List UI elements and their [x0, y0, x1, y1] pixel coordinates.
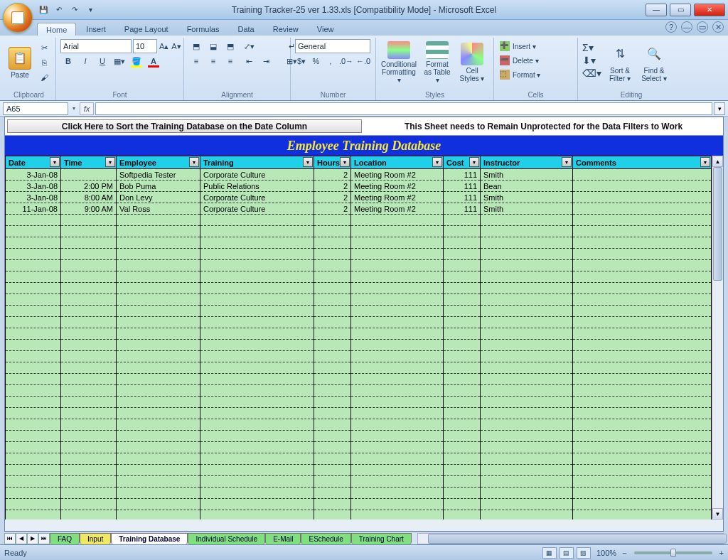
next-sheet-button[interactable]: ▶ — [27, 533, 38, 544]
prev-sheet-button[interactable]: ◀ — [16, 533, 27, 544]
scroll-up-icon[interactable]: ▲ — [712, 156, 723, 167]
table-row-empty[interactable] — [6, 499, 712, 510]
cell-instructor[interactable]: Bean — [481, 181, 573, 192]
cell-cost[interactable]: 111 — [444, 181, 481, 192]
sheet-tab-training-chart[interactable]: Training Chart — [351, 533, 412, 544]
undo-icon[interactable]: ↶ — [53, 4, 65, 16]
qat-dropdown-icon[interactable]: ▾ — [84, 4, 97, 16]
zoom-slider[interactable] — [634, 551, 712, 554]
font-name-select[interactable] — [60, 39, 132, 53]
percent-button[interactable]: % — [309, 54, 322, 68]
namebox-dropdown-icon[interactable]: ▾ — [70, 105, 78, 112]
cell-styles-button[interactable]: Cell Styles ▾ — [457, 39, 487, 86]
cell-training[interactable]: Corporate Culture — [200, 169, 314, 181]
ribbon-tab-home[interactable]: Home — [37, 23, 76, 36]
maximize-button[interactable]: ▭ — [670, 4, 691, 16]
normal-view-button[interactable]: ▦ — [542, 547, 557, 559]
sheet-tab-individual-schedule[interactable]: Individual Schedule — [188, 533, 265, 544]
ribbon-tab-data[interactable]: Data — [229, 23, 262, 36]
table-row-empty[interactable] — [6, 328, 712, 340]
cell-time[interactable]: 9:00 AM — [61, 203, 117, 215]
decrease-decimal-button[interactable]: ←.0 — [355, 54, 371, 68]
increase-indent-button[interactable]: ⇥ — [258, 54, 274, 68]
cell-training[interactable]: Corporate Culture — [200, 203, 314, 215]
hscroll-thumb[interactable] — [428, 534, 727, 544]
table-row-empty[interactable] — [6, 488, 712, 499]
font-color-button[interactable]: A — [146, 54, 161, 68]
align-right-button[interactable]: ≡ — [223, 54, 238, 68]
font-size-select[interactable] — [133, 39, 157, 53]
paste-button[interactable]: 📋 Paste — [6, 39, 33, 86]
filter-dropdown-icon[interactable]: ▼ — [189, 157, 199, 167]
align-bottom-button[interactable]: ⬒ — [223, 39, 238, 53]
sheet-tab-e-mail[interactable]: E-Mail — [265, 533, 301, 544]
ribbon-tab-review[interactable]: Review — [264, 23, 307, 36]
cell-hours[interactable]: 2 — [314, 181, 351, 192]
cell-comments[interactable] — [573, 192, 712, 203]
vertical-scrollbar[interactable]: ▲ ▼ — [712, 156, 723, 519]
cell-date[interactable]: 3-Jan-08 — [6, 192, 61, 203]
restore-workbook-button[interactable]: ▭ — [697, 21, 708, 33]
accounting-button[interactable]: $▾ — [295, 54, 308, 68]
fill-button[interactable]: ⬇▾ — [582, 55, 601, 66]
cell-hours[interactable]: 2 — [314, 203, 351, 215]
cell-training[interactable]: Corporate Culture — [200, 192, 314, 203]
find-select-button[interactable]: 🔍 Find & Select ▾ — [638, 39, 670, 86]
table-row-empty[interactable] — [6, 374, 712, 385]
table-row-empty[interactable] — [6, 431, 712, 442]
sheet-tab-faq[interactable]: FAQ — [50, 533, 80, 544]
cell-instructor[interactable]: Smith — [481, 192, 573, 203]
zoom-out-button[interactable]: − — [622, 549, 626, 557]
decrease-indent-button[interactable]: ⇤ — [241, 54, 257, 68]
filter-dropdown-icon[interactable]: ▼ — [340, 157, 350, 167]
filter-dropdown-icon[interactable]: ▼ — [432, 157, 442, 167]
increase-decimal-button[interactable]: .0→ — [338, 54, 354, 68]
fill-color-button[interactable]: 🪣 — [129, 54, 144, 68]
cell-training[interactable]: Public Relations — [200, 181, 314, 192]
align-middle-button[interactable]: ⬓ — [205, 39, 221, 53]
format-cells-button[interactable]: ⬚Format ▾ — [498, 68, 573, 82]
sort-database-button[interactable]: Click Here to Sort the Training Database… — [7, 119, 362, 133]
table-row-empty[interactable] — [6, 351, 712, 362]
sort-filter-button[interactable]: ⇅ Sort & Filter ▾ — [604, 39, 636, 86]
minimize-button[interactable]: — — [646, 4, 667, 16]
table-row-empty[interactable] — [6, 283, 712, 294]
column-header-employee[interactable]: Employee▼ — [117, 156, 200, 169]
cell-hours[interactable]: 2 — [314, 192, 351, 203]
table-row-empty[interactable] — [6, 215, 712, 226]
table-row[interactable]: 11-Jan-089:00 AMVal RossCorporate Cultur… — [6, 203, 712, 215]
cell-comments[interactable] — [573, 203, 712, 215]
align-center-button[interactable]: ≡ — [205, 54, 221, 68]
filter-dropdown-icon[interactable]: ▼ — [469, 157, 479, 167]
table-row-empty[interactable] — [6, 408, 712, 419]
table-row-empty[interactable] — [6, 237, 712, 249]
table-row-empty[interactable] — [6, 362, 712, 374]
scroll-down-icon[interactable]: ▼ — [712, 508, 723, 519]
last-sheet-button[interactable]: ⏭ — [38, 533, 50, 544]
zoom-slider-thumb[interactable] — [670, 549, 676, 557]
cell-date[interactable]: 11-Jan-08 — [6, 203, 61, 215]
name-box[interactable] — [3, 102, 68, 115]
table-row-empty[interactable] — [6, 510, 712, 520]
scroll-thumb[interactable] — [713, 167, 722, 281]
underline-button[interactable]: U — [95, 54, 110, 68]
column-header-date[interactable]: Date▼ — [6, 156, 61, 169]
table-row-empty[interactable] — [6, 340, 712, 351]
cell-comments[interactable] — [573, 169, 712, 181]
number-format-select[interactable] — [295, 39, 370, 53]
page-break-view-button[interactable]: ▧ — [577, 547, 591, 559]
orientation-button[interactable]: ⤢▾ — [241, 39, 257, 53]
zoom-in-button[interactable]: + — [719, 549, 724, 557]
cell-time[interactable]: 2:00 PM — [61, 181, 117, 192]
column-header-time[interactable]: Time▼ — [61, 156, 117, 169]
table-row[interactable]: 3-Jan-08Softpedia TesterCorporate Cultur… — [6, 169, 712, 181]
first-sheet-button[interactable]: ⏮ — [4, 533, 16, 544]
clear-button[interactable]: ⌫▾ — [582, 68, 601, 79]
cell-location[interactable]: Meeting Room #2 — [351, 192, 444, 203]
sheet-tab-training-database[interactable]: Training Database — [111, 533, 188, 544]
delete-cells-button[interactable]: ➖Delete ▾ — [498, 53, 573, 68]
conditional-formatting-button[interactable]: Conditional Formatting ▾ — [380, 39, 417, 86]
cell-location[interactable]: Meeting Room #2 — [351, 169, 444, 181]
table-row-empty[interactable] — [6, 306, 712, 317]
cell-hours[interactable]: 2 — [314, 169, 351, 181]
